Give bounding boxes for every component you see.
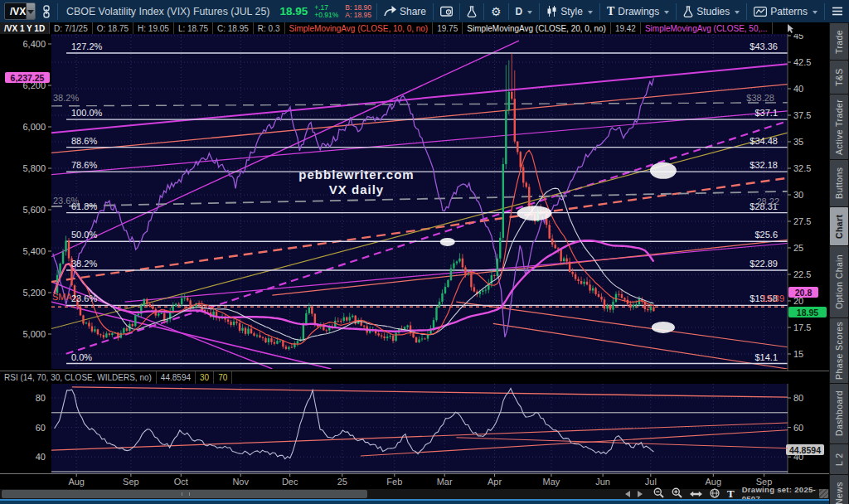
symbol-dropdown-button[interactable]: [26, 3, 35, 19]
pan-right-icon[interactable]: [638, 491, 646, 497]
sma50-label[interactable]: SimpleMovingAvg (CLOSE, 50,...: [641, 22, 773, 34]
svg-text:6,237.25: 6,237.25: [11, 73, 45, 83]
rsi-plot-area[interactable]: [51, 384, 788, 473]
sidebar-tab-chart[interactable]: Chart: [830, 207, 848, 245]
sidebar-tab-news[interactable]: News: [830, 475, 848, 504]
fib-pct-label: 127.2%: [71, 41, 103, 51]
ohlc-cells: D: 7/1/25O: 18.75H: 19.05L: 18.75C: 18.9…: [50, 22, 284, 34]
right-axis-tick: 22.5: [793, 269, 811, 279]
fib-pct-label: 78.6%: [71, 160, 97, 170]
highlight-ellipse: [652, 322, 675, 333]
chart-annotation-label: 38.2%: [53, 93, 79, 103]
svg-text:44.8594: 44.8594: [789, 445, 821, 455]
chart-annotation-label: SMA: [52, 292, 73, 302]
main-plot-area[interactable]: [51, 34, 788, 369]
month-label: Nov: [232, 477, 249, 487]
instrument-description: CBOE Volatility Index (VIX) Futures (JUL…: [66, 6, 269, 17]
chart-annotation-label: 28.22: [756, 196, 779, 206]
sma20-value: 19.42: [611, 22, 641, 34]
ohlc-cell: C: 18.95: [213, 22, 254, 34]
fib-price-label: $22.89: [750, 259, 778, 269]
sma10-label[interactable]: SimpleMovingAvg (CLOSE, 10, 0, no): [285, 22, 434, 34]
sma20-label[interactable]: SimpleMovingAvg (CLOSE, 20, 0, no): [463, 22, 611, 34]
right-axis-tick: 25: [793, 243, 803, 253]
patterns-icon: [754, 7, 767, 17]
chart-symbol-timeframe[interactable]: /VX 1 Y 1D: [0, 22, 50, 34]
right-axis-tick: 35: [793, 137, 803, 147]
sidebar-tab-dashboard[interactable]: Dashboard: [830, 384, 848, 443]
symbol-input[interactable]: /VX: [4, 2, 36, 20]
chart-annotation-label: 19.39: [761, 293, 784, 303]
share-button[interactable]: Share: [382, 6, 428, 17]
chart-annotation-label: $38.28: [746, 93, 774, 103]
fib-price-label: $34.48: [750, 136, 778, 146]
drawings-button[interactable]: T Drawings: [605, 5, 671, 18]
flask-icon: [467, 6, 477, 17]
fib-price-label: $32.18: [750, 160, 778, 170]
sidebar-tab-buttons[interactable]: Buttons: [830, 160, 848, 206]
menu-icon: [832, 7, 843, 16]
rsi-study-label[interactable]: RSI (14, 70, 30, CLOSE, WILDERS, no): [0, 371, 157, 384]
fib-pct-label: 100.0%: [71, 108, 103, 118]
ohlc-cell: R: 0.3: [254, 22, 285, 34]
sidebar-tab-t-s[interactable]: T&S: [830, 61, 848, 94]
month-label: Jul: [645, 477, 657, 487]
pan-left-icon[interactable]: [622, 491, 630, 497]
right-axis-tick: 45: [793, 34, 803, 41]
month-label: Dec: [282, 477, 298, 487]
watermark-line1: pebblewriter.com: [298, 167, 414, 182]
style-button[interactable]: Style: [545, 6, 594, 17]
month-label: Aug: [706, 477, 722, 487]
cursor-style-icon[interactable]: [786, 22, 829, 34]
text-tool-icon: T: [607, 5, 614, 18]
rsi-value: 44.8594: [157, 371, 196, 384]
fib-pct-label: 23.6%: [71, 293, 97, 303]
rsi-header: RSI (14, 70, 30, CLOSE, WILDERS, no) 44.…: [0, 371, 829, 384]
sidebar-tab-active-trader[interactable]: Active Trader: [830, 94, 848, 159]
share-icon: [384, 6, 396, 17]
timeframe-button[interactable]: D: [514, 6, 535, 17]
month-label: Feb: [386, 477, 402, 487]
sidebar-tab-phase-scores[interactable]: Phase Scores: [830, 318, 848, 383]
settings-button[interactable]: ⚙: [489, 5, 503, 18]
sidebar-tab-l-2[interactable]: L 2: [830, 444, 848, 474]
sidebar-tab-trade[interactable]: Trade: [830, 23, 848, 60]
right-axis-tick: 15: [793, 349, 803, 359]
left-axis-tick: 5,800: [22, 163, 46, 173]
left-axis-tick: 6,400: [22, 39, 46, 49]
fib-price-label: $25.6: [754, 230, 778, 240]
fib-price-label: $43.36: [750, 41, 778, 51]
sma10-value: 19.75: [433, 22, 463, 34]
instrument-link-icon[interactable]: [41, 5, 52, 18]
month-label: 25: [337, 477, 347, 487]
analysis-tools-button[interactable]: [465, 6, 478, 17]
month-label: Jun: [595, 477, 610, 487]
patterns-button[interactable]: Patterns: [752, 6, 819, 17]
fib-pct-label: 0.0%: [71, 352, 92, 362]
watermark-line2: VX daily: [329, 182, 384, 196]
left-axis-tick: 5,200: [22, 288, 46, 298]
scrollbar-thumb[interactable]: [2, 490, 367, 498]
right-axis-tick: 40: [793, 84, 803, 94]
flask-icon: [683, 6, 693, 17]
highlight-ellipse: [650, 162, 677, 179]
ohlc-cell: L: 18.75: [174, 22, 213, 34]
left-axis-tick: 6,000: [22, 122, 46, 132]
studies-button[interactable]: Studies: [682, 6, 741, 17]
sidebar-tab-option-chain[interactable]: Option Chain: [830, 246, 848, 317]
candlestick-icon: [546, 6, 557, 17]
highlight-ellipse: [440, 238, 455, 246]
panel-divider-bar[interactable]: [0, 499, 829, 504]
symbol-value: /VX: [5, 6, 26, 17]
events-button[interactable]: [439, 6, 454, 17]
chart-menu-button[interactable]: [830, 7, 845, 16]
left-axis-tick: 5,600: [22, 205, 46, 215]
chart-canvas[interactable]: 127.2%$43.36100.0%$37.188.6%$34.4878.6%$…: [0, 34, 829, 489]
time-scrollbar: T Drawing set: 2025-0507: [0, 489, 829, 499]
month-label: May: [543, 477, 560, 487]
calendar-clock-icon: [440, 6, 453, 17]
left-axis-tick: 5,000: [22, 329, 46, 339]
gear-icon: ⚙: [491, 5, 502, 18]
resize-grip[interactable]: [819, 489, 828, 498]
toolbar-buttons: Share ⚙ D Style T Drawings Studies: [371, 3, 845, 20]
